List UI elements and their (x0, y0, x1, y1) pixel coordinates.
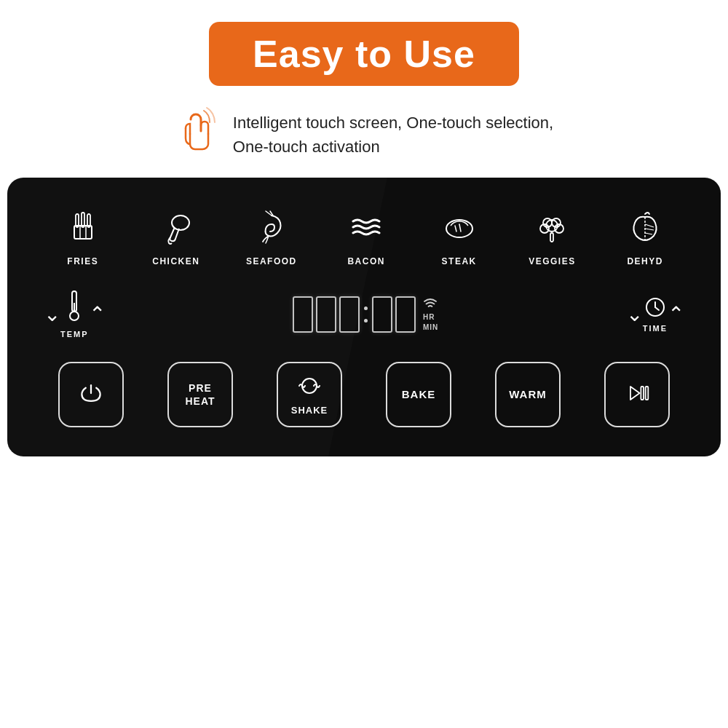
playpause-button[interactable] (604, 362, 670, 427)
veggies-label: VEGGIES (529, 256, 576, 266)
svg-line-20 (645, 229, 654, 230)
status-indicators: HR MIN (423, 294, 438, 334)
shake-icon (296, 373, 323, 402)
dehyd-icon (622, 204, 668, 250)
power-icon (78, 380, 104, 409)
food-item-steak[interactable]: STEAK (436, 204, 483, 266)
temp-digits (293, 296, 360, 333)
colon-separator (364, 296, 368, 333)
temp-up-button[interactable]: ⌃ (89, 302, 106, 326)
svg-point-23 (70, 312, 79, 320)
fries-icon (60, 204, 106, 250)
touch-icon (175, 106, 218, 163)
svg-rect-12 (550, 233, 553, 242)
control-panel: FRIES CHICKEN (7, 178, 721, 456)
bacon-label: BACON (347, 256, 385, 266)
chicken-label: CHICKEN (152, 256, 199, 266)
food-item-seafood[interactable]: SEAFOOD (246, 204, 297, 266)
dot-bottom (364, 319, 368, 323)
dehyd-label: DEHYD (627, 256, 663, 266)
steak-label: STEAK (442, 256, 477, 266)
temp-down-button[interactable]: ⌄ (44, 302, 60, 326)
time-up-button[interactable]: ⌃ (668, 302, 684, 326)
hr-label: HR (423, 312, 438, 323)
shake-button[interactable]: SHAKE (277, 362, 342, 427)
preheat-label: PREHEAT (185, 381, 215, 408)
svg-point-9 (446, 220, 472, 237)
svg-line-21 (645, 233, 652, 234)
bake-button[interactable]: BAKE (386, 362, 451, 427)
hr-min-labels: HR MIN (423, 312, 438, 333)
seafood-icon (248, 204, 295, 250)
bacon-icon (343, 204, 389, 250)
playpause-icon (624, 380, 650, 409)
lcd-display-area: HR MIN (106, 294, 626, 334)
warm-label: WARM (509, 388, 547, 401)
wifi-icon (423, 297, 438, 312)
feature-text-line1: Intelligent touch screen, One-touch sele… (233, 111, 553, 135)
food-item-dehyd[interactable]: DEHYD (622, 204, 668, 266)
title-badge: Easy to Use (209, 22, 519, 86)
time-digit-2 (395, 296, 416, 333)
seafood-label: SEAFOOD (246, 256, 297, 266)
dot-top (364, 306, 368, 310)
bake-label: BAKE (402, 388, 436, 401)
food-item-chicken[interactable]: CHICKEN (152, 204, 199, 266)
min-label: MIN (423, 323, 438, 333)
fries-label: FRIES (67, 256, 98, 266)
feature-description: Intelligent touch screen, One-touch sele… (233, 111, 553, 159)
main-title: Easy to Use (253, 33, 475, 75)
temp-label: TEMP (60, 330, 89, 339)
shake-label: SHAKE (291, 405, 328, 416)
feature-row: Intelligent touch screen, One-touch sele… (15, 106, 713, 163)
svg-line-10 (455, 226, 456, 232)
time-group: TIME (643, 296, 668, 333)
svg-rect-30 (646, 387, 649, 400)
time-digit-1 (372, 296, 392, 333)
chicken-icon (153, 204, 199, 250)
function-buttons-row: PREHEAT SHAKE BAKE WARM (36, 362, 692, 427)
top-section: Easy to Use Intelligent touch screen, On… (0, 0, 728, 178)
svg-line-19 (645, 224, 654, 227)
veggies-icon (529, 204, 575, 250)
power-button[interactable] (58, 362, 124, 427)
food-mode-row: FRIES CHICKEN (36, 204, 692, 266)
feature-text-line2: One-touch activation (233, 135, 553, 159)
svg-line-11 (459, 224, 461, 232)
time-down-button[interactable]: ⌄ (626, 302, 643, 326)
thermometer-icon (65, 290, 84, 327)
preheat-button[interactable]: PREHEAT (167, 362, 233, 427)
warm-button[interactable]: WARM (495, 362, 561, 427)
temp-group: TEMP (60, 290, 89, 339)
temp-digit-2 (316, 296, 336, 333)
food-item-fries[interactable]: FRIES (60, 204, 106, 266)
temp-digit-1 (293, 296, 313, 333)
food-item-veggies[interactable]: VEGGIES (529, 204, 576, 266)
svg-line-27 (655, 307, 659, 310)
svg-rect-29 (641, 387, 644, 400)
steak-icon (436, 204, 483, 250)
time-label: TIME (643, 324, 668, 333)
time-digits (372, 296, 416, 333)
clock-icon (644, 296, 666, 321)
food-item-bacon[interactable]: BACON (343, 204, 389, 266)
temp-digit-3 (339, 296, 360, 333)
control-display-row: ⌄ TEMP ⌃ (36, 290, 692, 339)
